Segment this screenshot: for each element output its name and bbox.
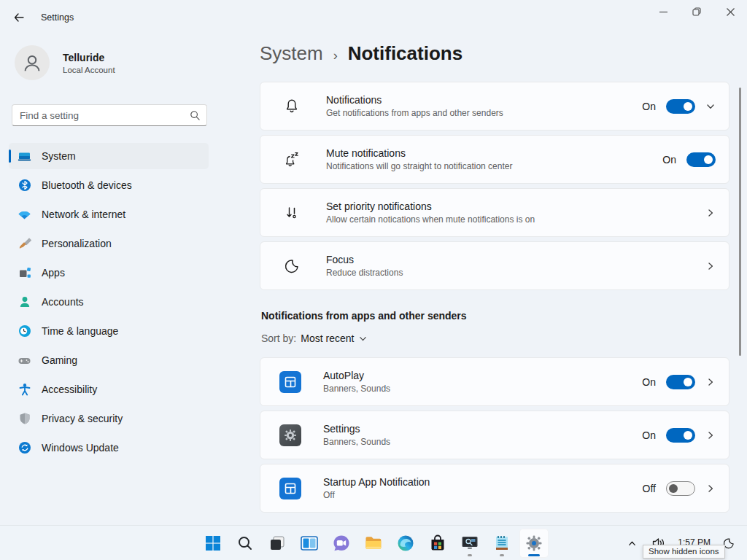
sidebar-item-label: Windows Update <box>42 442 119 454</box>
taskbar: 1:57 PM <box>0 525 747 560</box>
toggle-state-label: On <box>642 376 656 388</box>
breadcrumb: System › Notifications <box>260 42 462 65</box>
taskbar-store-button[interactable] <box>423 529 452 558</box>
toggle-state-label: On <box>642 429 656 441</box>
notepad-icon <box>492 534 511 553</box>
app-subtitle: Off <box>323 490 643 500</box>
taskbar-desktops-button[interactable] <box>295 529 324 558</box>
card-mute-notifications[interactable]: Mute notifications Notifications will go… <box>260 135 729 184</box>
chevron-down-icon <box>358 334 368 343</box>
accounts-icon <box>18 295 31 309</box>
card-title: Focus <box>326 254 705 265</box>
bell-icon <box>282 97 301 116</box>
breadcrumb-system[interactable]: System <box>260 42 323 65</box>
toggle-state-label: Off <box>643 483 656 494</box>
chevron-right-icon <box>705 377 716 387</box>
sidebar-item-network-internet[interactable]: Network & internet <box>9 201 209 228</box>
sidebar: Telluride Local Account System Bluetooth… <box>0 35 219 525</box>
show-hidden-icons-button[interactable] <box>624 536 640 551</box>
running-indicator <box>500 554 504 556</box>
display-tool-icon <box>460 534 479 553</box>
card-set-priority-notifications[interactable]: Set priority notifications Allow certain… <box>260 188 729 237</box>
main-content: System › Notifications Notifications Get… <box>219 35 747 525</box>
taskbar-task-view-button[interactable] <box>263 529 292 558</box>
show-hidden-icons-tooltip: Show hidden icons <box>643 545 725 559</box>
restore-icon <box>692 7 701 16</box>
notifications-toggle[interactable] <box>666 99 695 114</box>
app-row-settings[interactable]: Settings Banners, Sounds On <box>260 411 729 459</box>
taskbar-search-button[interactable] <box>231 529 260 558</box>
autoplay-app-icon <box>279 371 301 393</box>
privacy-icon <box>18 412 31 426</box>
search-box[interactable] <box>12 104 207 126</box>
sidebar-item-apps[interactable]: Apps <box>9 260 209 286</box>
chevron-right-icon <box>705 261 716 271</box>
app-name: Settings <box>323 423 642 435</box>
search-icon <box>237 535 253 551</box>
sidebar-item-privacy-security[interactable]: Privacy & security <box>9 405 209 432</box>
toggle-state-label: On <box>662 154 676 166</box>
startup-app-icon <box>279 478 301 499</box>
sort-label: Sort by: <box>261 332 296 344</box>
sort-dropdown[interactable]: Sort by: Most recent <box>261 332 368 344</box>
gaming-icon <box>18 354 31 368</box>
back-button[interactable] <box>4 4 34 31</box>
card-title: Mute notifications <box>326 147 662 159</box>
priority-icon <box>282 203 301 222</box>
restore-button[interactable] <box>680 0 713 23</box>
settings-gear-icon <box>525 534 543 553</box>
time-language-icon <box>18 324 31 338</box>
card-notifications[interactable]: Notifications Get notifications from app… <box>260 82 729 131</box>
taskbar-edge-button[interactable] <box>391 529 420 558</box>
bluetooth-icon <box>18 179 31 192</box>
mute-notifications-toggle[interactable] <box>686 152 716 167</box>
card-focus[interactable]: Focus Reduce distractions <box>260 241 729 290</box>
settings-app-toggle[interactable] <box>666 428 695 443</box>
app-row-autoplay[interactable]: AutoPlay Banners, Sounds On <box>260 357 729 406</box>
sidebar-item-windows-update[interactable]: Windows Update <box>9 435 209 461</box>
autoplay-toggle[interactable] <box>666 375 695 389</box>
system-icon <box>18 149 31 163</box>
close-button[interactable] <box>713 0 747 23</box>
sidebar-item-personalization[interactable]: Personalization <box>9 230 209 257</box>
taskbar-settings-button[interactable] <box>519 529 549 558</box>
sidebar-item-accessibility[interactable]: Accessibility <box>9 376 209 402</box>
search-input[interactable] <box>20 110 190 121</box>
sidebar-item-bluetooth-devices[interactable]: Bluetooth & devices <box>9 172 209 198</box>
sidebar-item-accounts[interactable]: Accounts <box>9 289 209 315</box>
page-title: Notifications <box>348 42 462 65</box>
card-subtitle: Reduce distractions <box>326 268 705 278</box>
taskbar-start-button[interactable] <box>198 529 228 558</box>
settings-app-icon <box>279 424 301 446</box>
sidebar-item-system[interactable]: System <box>9 143 209 169</box>
sidebar-item-time-language[interactable]: Time & language <box>9 318 209 344</box>
personalization-icon <box>18 237 31 251</box>
scrollbar-thumb[interactable] <box>739 88 741 356</box>
chevron-right-icon <box>705 208 716 218</box>
taskbar-file-explorer-button[interactable] <box>359 529 388 558</box>
sidebar-item-gaming[interactable]: Gaming <box>9 347 209 373</box>
minimize-icon <box>659 8 667 16</box>
chevron-up-icon <box>627 539 637 548</box>
taskbar-notepad-button[interactable] <box>487 529 516 558</box>
chevron-right-icon <box>705 483 716 494</box>
accessibility-icon <box>18 383 31 397</box>
user-profile[interactable]: Telluride Local Account <box>15 45 115 80</box>
task-view-icon <box>268 534 286 552</box>
search-icon[interactable] <box>190 110 201 121</box>
startup-app-toggle[interactable] <box>666 481 695 496</box>
taskbar-chat-button[interactable] <box>327 529 356 558</box>
minimize-button[interactable] <box>646 0 680 23</box>
sidebar-item-label: Apps <box>42 267 65 279</box>
sidebar-item-label: Accounts <box>42 296 84 308</box>
back-arrow-icon <box>13 12 25 23</box>
app-row-startup-app-notification[interactable]: Startup App Notification Off Off <box>260 464 729 513</box>
apps-section-heading: Notifications from apps and other sender… <box>261 310 467 322</box>
taskbar-display-tool-button[interactable] <box>455 529 484 558</box>
sidebar-item-label: Gaming <box>42 354 77 366</box>
card-subtitle: Get notifications from apps and other se… <box>326 108 642 118</box>
app-subtitle: Banners, Sounds <box>323 384 642 394</box>
start-icon <box>204 534 222 552</box>
app-name: Startup App Notification <box>323 476 643 488</box>
chevron-down-icon[interactable] <box>705 101 716 112</box>
